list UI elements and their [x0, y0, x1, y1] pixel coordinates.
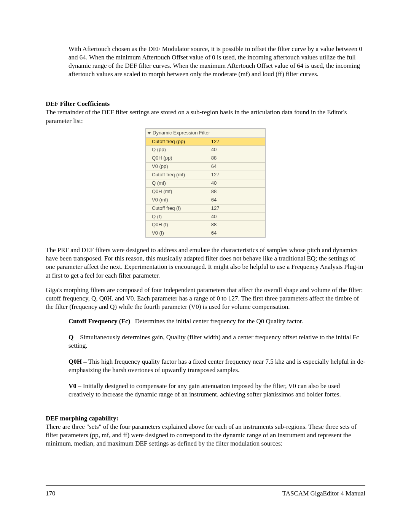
param-value: 64 [208, 163, 265, 171]
param-value: 127 [208, 138, 265, 146]
paragraph-prf-def: The PRF and DEF filters were designed to… [46, 246, 365, 280]
table-row[interactable]: Q (mf)40 [146, 179, 265, 188]
definition-item: V0 – Initially designed to compensate fo… [68, 382, 365, 399]
page-footer: 170 TASCAM GigaEditor 4 Manual [46, 485, 365, 498]
heading-def-morphing: DEF morphing capability: [46, 414, 365, 423]
param-name: V0 (f) [146, 229, 208, 237]
definition-list: Cutoff Frequency (Fc)– Determines the in… [68, 317, 365, 399]
definition-term: V0 [68, 382, 76, 390]
parameter-panel: Dynamic Expression Filter Cutoff freq (p… [145, 128, 266, 238]
param-name: V0 (mf) [146, 196, 208, 204]
definition-body: – Determines the initial center frequenc… [130, 318, 303, 325]
definition-item: Q0H – This high frequency quality factor… [68, 358, 365, 374]
param-name: V0 (pp) [146, 163, 208, 171]
definition-body: – Simultaneously determines gain, Qualit… [68, 334, 359, 349]
paragraph-morphing-sets: There are three "sets" of the four param… [46, 423, 365, 448]
param-name: Cutoff freq (mf) [146, 171, 208, 179]
table-row[interactable]: Cutoff freq (mf)127 [146, 171, 265, 179]
definition-term: Cutoff Frequency (Fc) [68, 318, 130, 325]
paragraph-aftertouch: With Aftertouch chosen as the DEF Modula… [68, 45, 365, 78]
definition-term: Q [68, 334, 73, 341]
section-def-morphing: DEF morphing capability: There are three… [46, 414, 365, 448]
param-value: 127 [208, 171, 265, 179]
triangle-down-icon [147, 132, 151, 134]
table-row[interactable]: Q (pp)40 [146, 146, 265, 154]
param-value: 40 [208, 146, 265, 154]
param-value: 127 [208, 204, 265, 212]
paragraph-morphing: Giga's morphing filters are composed of … [46, 286, 365, 311]
param-value: 40 [208, 212, 265, 221]
table-row[interactable]: Q (f)40 [146, 212, 265, 221]
param-value: 64 [208, 196, 265, 204]
table-row[interactable]: Cutoff freq (pp)127 [146, 138, 265, 146]
definition-body: – This high frequency quality factor has… [68, 358, 365, 374]
page-number: 170 [46, 489, 56, 498]
table-row[interactable]: Q0H (pp)88 [146, 154, 265, 163]
param-name: Q0H (pp) [146, 154, 208, 163]
param-value: 88 [208, 187, 265, 196]
definition-body: – Initially designed to compensate for a… [68, 382, 341, 398]
param-value: 64 [208, 229, 265, 237]
param-name: Q0H (f) [146, 221, 208, 229]
param-value: 88 [208, 221, 265, 229]
table-row[interactable]: V0 (f)64 [146, 229, 265, 237]
param-value: 88 [208, 154, 265, 163]
heading-def-filter-coefficients: DEF Filter Coefficients [46, 100, 365, 108]
definition-term: Q0H [68, 358, 82, 365]
paragraph-coeff-intro: The remainder of the DEF filter settings… [46, 108, 365, 125]
definition-item: Cutoff Frequency (Fc)– Determines the in… [68, 317, 365, 326]
definition-item: Q – Simultaneously determines gain, Qual… [68, 333, 365, 350]
table-row[interactable]: Q0H (mf)88 [146, 187, 265, 196]
param-name: Cutoff freq (pp) [146, 138, 208, 146]
table-row[interactable]: Cutoff freq (f)127 [146, 204, 265, 212]
param-name: Q (pp) [146, 146, 208, 154]
parameter-table: Cutoff freq (pp)127Q (pp)40Q0H (pp)88V0 … [146, 138, 265, 238]
parameter-panel-title: Dynamic Expression Filter [153, 130, 210, 136]
param-name: Q0H (mf) [146, 187, 208, 196]
manual-title: TASCAM GigaEditor 4 Manual [282, 489, 365, 498]
table-row[interactable]: Q0H (f)88 [146, 221, 265, 229]
param-name: Q (f) [146, 212, 208, 221]
parameter-panel-header[interactable]: Dynamic Expression Filter [146, 129, 265, 138]
section-def-coefficients: DEF Filter Coefficients The remainder of… [46, 100, 365, 399]
table-row[interactable]: V0 (mf)64 [146, 196, 265, 204]
page: With Aftertouch chosen as the DEF Modula… [0, 0, 411, 532]
table-row[interactable]: V0 (pp)64 [146, 163, 265, 171]
param-name: Q (mf) [146, 179, 208, 188]
param-value: 40 [208, 179, 265, 188]
param-name: Cutoff freq (f) [146, 204, 208, 212]
